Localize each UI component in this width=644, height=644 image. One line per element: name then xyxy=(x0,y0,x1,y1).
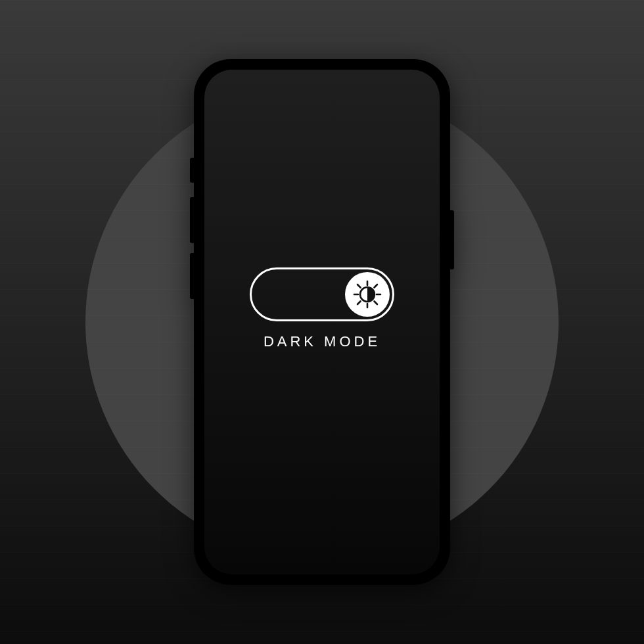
dark-mode-control: DARK MODE xyxy=(250,267,394,350)
svg-line-4 xyxy=(357,285,361,288)
svg-line-7 xyxy=(375,285,378,288)
stage: DARK MODE xyxy=(0,0,644,644)
phone-screen: DARK MODE xyxy=(204,70,440,574)
phone-mockup: DARK MODE xyxy=(194,59,450,585)
dark-mode-label: DARK MODE xyxy=(264,333,380,350)
svg-line-6 xyxy=(357,302,361,305)
dark-mode-toggle[interactable] xyxy=(250,267,394,321)
brightness-contrast-icon xyxy=(353,280,382,309)
svg-line-5 xyxy=(375,302,378,305)
toggle-knob xyxy=(345,272,390,317)
phone-power-button xyxy=(450,210,454,269)
